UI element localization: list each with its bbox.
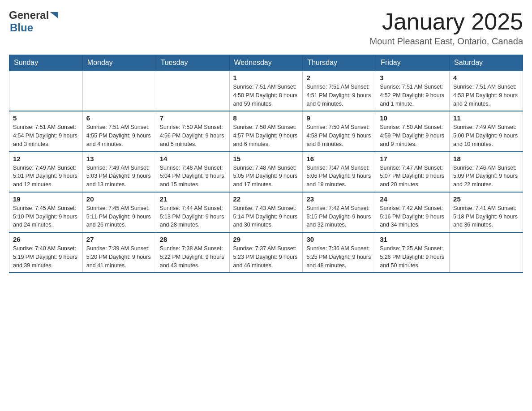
day-number: 25	[453, 195, 519, 203]
day-info: Sunrise: 7:51 AM Sunset: 4:55 PM Dayligh…	[86, 123, 152, 148]
col-header-saturday: Saturday	[450, 55, 523, 71]
day-cell: 16Sunrise: 7:47 AM Sunset: 5:06 PM Dayli…	[303, 152, 376, 192]
day-cell: 13Sunrise: 7:49 AM Sunset: 5:03 PM Dayli…	[82, 152, 156, 192]
day-cell: 19Sunrise: 7:45 AM Sunset: 5:10 PM Dayli…	[9, 192, 83, 232]
week-row-5: 26Sunrise: 7:40 AM Sunset: 5:19 PM Dayli…	[9, 232, 523, 273]
calendar-title: January 2025	[370, 9, 523, 34]
day-info: Sunrise: 7:51 AM Sunset: 4:54 PM Dayligh…	[13, 123, 79, 148]
day-info: Sunrise: 7:49 AM Sunset: 5:03 PM Dayligh…	[86, 164, 152, 189]
day-number: 16	[306, 155, 372, 163]
day-info: Sunrise: 7:36 AM Sunset: 5:25 PM Dayligh…	[306, 244, 372, 270]
day-cell: 25Sunrise: 7:41 AM Sunset: 5:18 PM Dayli…	[450, 192, 523, 232]
day-cell: 1Sunrise: 7:51 AM Sunset: 4:50 PM Daylig…	[229, 71, 303, 111]
day-number: 21	[160, 195, 226, 203]
day-number: 12	[13, 155, 79, 163]
calendar-subtitle: Mount Pleasant East, Ontario, Canada	[370, 36, 523, 47]
day-number: 6	[86, 114, 152, 122]
day-info: Sunrise: 7:47 AM Sunset: 5:07 PM Dayligh…	[380, 164, 446, 189]
day-info: Sunrise: 7:50 AM Sunset: 4:59 PM Dayligh…	[380, 123, 446, 148]
day-cell: 17Sunrise: 7:47 AM Sunset: 5:07 PM Dayli…	[376, 152, 450, 192]
day-number: 23	[306, 195, 372, 203]
day-info: Sunrise: 7:46 AM Sunset: 5:09 PM Dayligh…	[453, 164, 519, 189]
day-number: 29	[233, 235, 299, 243]
day-cell: 5Sunrise: 7:51 AM Sunset: 4:54 PM Daylig…	[9, 111, 83, 151]
day-info: Sunrise: 7:51 AM Sunset: 4:51 PM Dayligh…	[306, 83, 372, 108]
day-number: 3	[380, 74, 446, 81]
week-row-1: 1Sunrise: 7:51 AM Sunset: 4:50 PM Daylig…	[9, 71, 523, 111]
day-cell: 20Sunrise: 7:45 AM Sunset: 5:11 PM Dayli…	[82, 192, 156, 232]
day-cell: 10Sunrise: 7:50 AM Sunset: 4:59 PM Dayli…	[376, 111, 450, 151]
day-cell: 26Sunrise: 7:40 AM Sunset: 5:19 PM Dayli…	[9, 232, 83, 273]
day-info: Sunrise: 7:50 AM Sunset: 4:57 PM Dayligh…	[233, 123, 299, 148]
day-number: 30	[306, 235, 372, 243]
day-info: Sunrise: 7:48 AM Sunset: 5:04 PM Dayligh…	[160, 164, 226, 189]
day-number: 22	[233, 195, 299, 203]
day-cell: 6Sunrise: 7:51 AM Sunset: 4:55 PM Daylig…	[82, 111, 156, 151]
calendar-table: SundayMondayTuesdayWednesdayThursdayFrid…	[9, 55, 523, 273]
day-number: 15	[233, 155, 299, 163]
week-row-3: 12Sunrise: 7:49 AM Sunset: 5:01 PM Dayli…	[9, 152, 523, 192]
header-row: SundayMondayTuesdayWednesdayThursdayFrid…	[9, 55, 523, 71]
day-number: 2	[306, 74, 372, 81]
day-cell: 31Sunrise: 7:35 AM Sunset: 5:26 PM Dayli…	[376, 232, 450, 273]
svg-marker-0	[50, 12, 58, 18]
col-header-wednesday: Wednesday	[229, 55, 303, 71]
day-cell	[450, 232, 523, 273]
day-cell: 15Sunrise: 7:48 AM Sunset: 5:05 PM Dayli…	[229, 152, 303, 192]
day-number: 26	[13, 235, 79, 243]
day-cell: 29Sunrise: 7:37 AM Sunset: 5:23 PM Dayli…	[229, 232, 303, 273]
day-cell: 28Sunrise: 7:38 AM Sunset: 5:22 PM Dayli…	[156, 232, 229, 273]
day-cell: 24Sunrise: 7:42 AM Sunset: 5:16 PM Dayli…	[376, 192, 450, 232]
day-cell: 11Sunrise: 7:49 AM Sunset: 5:00 PM Dayli…	[450, 111, 523, 151]
day-info: Sunrise: 7:45 AM Sunset: 5:11 PM Dayligh…	[86, 204, 152, 229]
day-cell: 22Sunrise: 7:43 AM Sunset: 5:14 PM Dayli…	[229, 192, 303, 232]
col-header-friday: Friday	[376, 55, 450, 71]
day-info: Sunrise: 7:50 AM Sunset: 4:56 PM Dayligh…	[160, 123, 226, 148]
day-info: Sunrise: 7:43 AM Sunset: 5:14 PM Dayligh…	[233, 204, 299, 229]
day-info: Sunrise: 7:38 AM Sunset: 5:22 PM Dayligh…	[160, 244, 226, 270]
day-number: 4	[453, 74, 519, 81]
day-cell	[82, 71, 156, 111]
day-info: Sunrise: 7:51 AM Sunset: 4:52 PM Dayligh…	[380, 83, 446, 108]
day-cell: 12Sunrise: 7:49 AM Sunset: 5:01 PM Dayli…	[9, 152, 83, 192]
day-number: 27	[86, 235, 152, 243]
day-number: 10	[380, 114, 446, 122]
day-number: 14	[160, 155, 226, 163]
day-number: 20	[86, 195, 152, 203]
week-row-2: 5Sunrise: 7:51 AM Sunset: 4:54 PM Daylig…	[9, 111, 523, 151]
day-info: Sunrise: 7:50 AM Sunset: 4:58 PM Dayligh…	[306, 123, 372, 148]
day-info: Sunrise: 7:40 AM Sunset: 5:19 PM Dayligh…	[13, 244, 79, 270]
day-info: Sunrise: 7:48 AM Sunset: 5:05 PM Dayligh…	[233, 164, 299, 189]
day-number: 8	[233, 114, 299, 122]
day-number: 24	[380, 195, 446, 203]
day-cell	[156, 71, 229, 111]
day-info: Sunrise: 7:49 AM Sunset: 5:00 PM Dayligh…	[453, 123, 519, 148]
day-info: Sunrise: 7:49 AM Sunset: 5:01 PM Dayligh…	[13, 164, 79, 189]
page-header: General Blue January 2025 Mount Pleasant…	[9, 9, 523, 47]
logo-arrow-icon	[50, 10, 60, 20]
day-info: Sunrise: 7:39 AM Sunset: 5:20 PM Dayligh…	[86, 244, 152, 270]
day-info: Sunrise: 7:45 AM Sunset: 5:10 PM Dayligh…	[13, 204, 79, 229]
logo-general-text: General	[9, 9, 49, 21]
day-info: Sunrise: 7:41 AM Sunset: 5:18 PM Dayligh…	[453, 204, 519, 229]
day-info: Sunrise: 7:51 AM Sunset: 4:50 PM Dayligh…	[233, 83, 299, 108]
day-cell: 18Sunrise: 7:46 AM Sunset: 5:09 PM Dayli…	[450, 152, 523, 192]
day-number: 5	[13, 114, 79, 122]
day-cell	[9, 71, 83, 111]
day-number: 13	[86, 155, 152, 163]
day-info: Sunrise: 7:44 AM Sunset: 5:13 PM Dayligh…	[160, 204, 226, 229]
col-header-tuesday: Tuesday	[156, 55, 229, 71]
day-number: 9	[306, 114, 372, 122]
logo-blue-text: Blue	[10, 21, 33, 34]
day-cell: 2Sunrise: 7:51 AM Sunset: 4:51 PM Daylig…	[303, 71, 376, 111]
day-info: Sunrise: 7:51 AM Sunset: 4:53 PM Dayligh…	[453, 83, 519, 108]
day-info: Sunrise: 7:47 AM Sunset: 5:06 PM Dayligh…	[306, 164, 372, 189]
day-number: 31	[380, 235, 446, 243]
day-number: 28	[160, 235, 226, 243]
day-info: Sunrise: 7:42 AM Sunset: 5:15 PM Dayligh…	[306, 204, 372, 229]
day-cell: 9Sunrise: 7:50 AM Sunset: 4:58 PM Daylig…	[303, 111, 376, 151]
day-cell: 21Sunrise: 7:44 AM Sunset: 5:13 PM Dayli…	[156, 192, 229, 232]
day-cell: 3Sunrise: 7:51 AM Sunset: 4:52 PM Daylig…	[376, 71, 450, 111]
day-info: Sunrise: 7:42 AM Sunset: 5:16 PM Dayligh…	[380, 204, 446, 229]
day-cell: 14Sunrise: 7:48 AM Sunset: 5:04 PM Dayli…	[156, 152, 229, 192]
